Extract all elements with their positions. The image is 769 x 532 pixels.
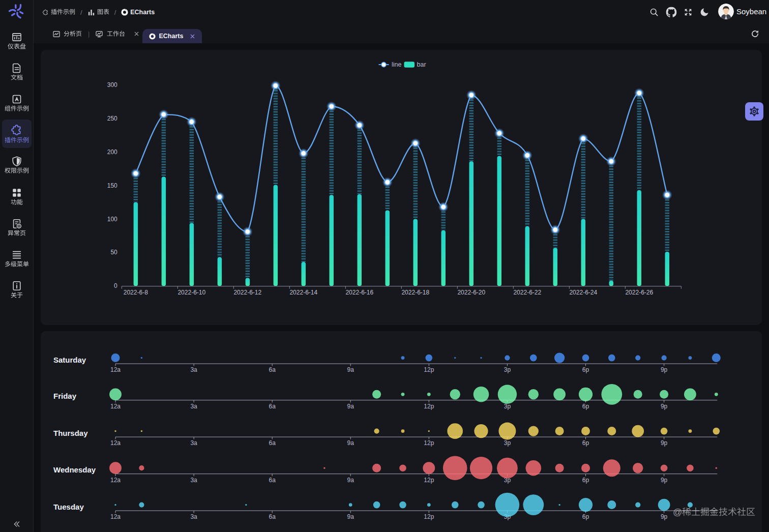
svg-text:3a: 3a [190,477,197,484]
svg-text:3p: 3p [504,439,511,447]
svg-text:6p: 6p [582,439,589,447]
svg-text:3p: 3p [504,366,511,373]
svg-text:12p: 12p [424,403,434,410]
svg-text:bar: bar [417,61,426,68]
svg-text:9a: 9a [347,513,354,520]
svg-text:9p: 9p [661,366,668,373]
svg-text:9a: 9a [347,403,354,410]
svg-text:12a: 12a [110,439,121,447]
svg-text:12a: 12a [110,513,121,520]
svg-text:6a: 6a [269,366,276,373]
svg-text:100: 100 [107,216,117,223]
svg-text:Wednesday: Wednesday [53,465,96,474]
svg-text:Tuesday: Tuesday [53,503,84,511]
svg-text:9p: 9p [661,439,668,447]
svg-text:Saturday: Saturday [53,356,86,364]
svg-text:50: 50 [110,249,117,256]
svg-text:12p: 12p [424,513,434,520]
svg-text:9p: 9p [661,477,668,484]
svg-text:2022-6-12: 2022-6-12 [233,289,261,296]
svg-text:6p: 6p [582,477,589,484]
svg-text:6a: 6a [269,477,276,484]
svg-text:2022-6-22: 2022-6-22 [513,289,541,296]
svg-text:2022-6-8: 2022-6-8 [124,289,148,296]
svg-text:2022-6-10: 2022-6-10 [178,289,205,296]
svg-text:12p: 12p [424,477,434,484]
svg-text:6p: 6p [582,403,589,410]
svg-text:2022-6-26: 2022-6-26 [625,289,653,296]
svg-text:9a: 9a [347,477,354,484]
svg-text:6p: 6p [582,366,589,373]
svg-text:Thursday: Thursday [53,429,88,437]
svg-text:line: line [392,61,402,68]
svg-text:12p: 12p [424,366,434,373]
svg-text:12a: 12a [110,403,121,410]
svg-text:12a: 12a [110,477,121,484]
svg-text:6p: 6p [582,513,589,520]
svg-text:9p: 9p [661,403,668,410]
svg-text:150: 150 [107,182,117,189]
svg-text:6a: 6a [269,403,276,410]
svg-text:2022-6-20: 2022-6-20 [457,289,485,296]
svg-text:12a: 12a [110,366,121,373]
svg-text:2022-6-18: 2022-6-18 [401,289,429,296]
svg-text:9p: 9p [661,513,668,520]
svg-text:12p: 12p [424,439,434,447]
svg-text:3a: 3a [190,403,197,410]
svg-text:9a: 9a [347,366,354,373]
svg-text:9a: 9a [347,439,354,447]
svg-text:2022-6-24: 2022-6-24 [569,289,597,296]
svg-text:300: 300 [107,81,117,88]
svg-text:3a: 3a [190,513,197,520]
svg-text:2022-6-16: 2022-6-16 [345,289,373,296]
svg-text:3a: 3a [190,439,197,447]
svg-text:Friday: Friday [53,392,77,400]
svg-text:200: 200 [107,149,117,156]
svg-text:3a: 3a [190,366,197,373]
svg-text:2022-6-14: 2022-6-14 [289,289,317,296]
svg-text:250: 250 [107,115,117,122]
svg-text:0: 0 [114,282,117,289]
svg-text:6a: 6a [269,513,276,520]
svg-text:6a: 6a [269,439,276,447]
